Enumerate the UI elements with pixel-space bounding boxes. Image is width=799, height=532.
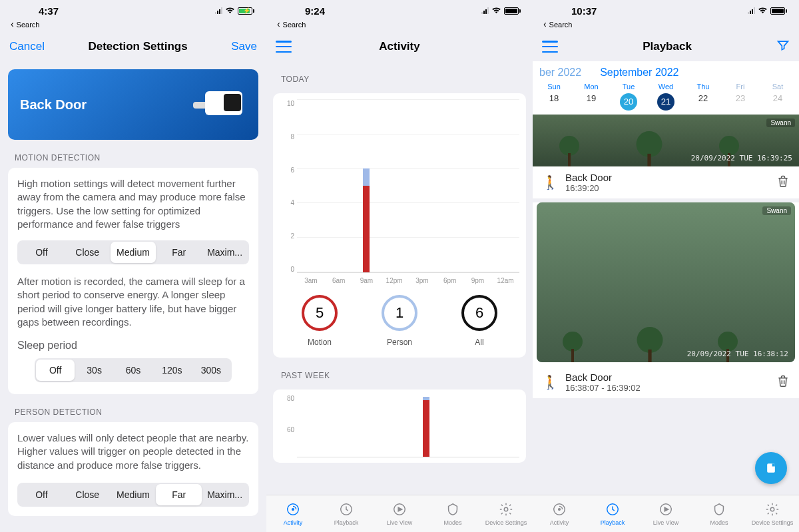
back-to-search-link[interactable]: Search <box>0 19 266 32</box>
current-month[interactable]: September 2022 <box>600 67 678 79</box>
content-scroll[interactable]: ber 2022 September 2022 Sun18Mon19Tue20W… <box>533 61 799 495</box>
segment-option[interactable]: Close <box>65 484 111 505</box>
calendar-day[interactable]: Wed21 <box>653 83 679 111</box>
segment-option[interactable]: Maxim... <box>202 242 248 263</box>
day-of-week: Wed <box>653 83 679 91</box>
segment-option[interactable]: 120s <box>152 360 191 381</box>
tab-playback[interactable]: Playback <box>320 502 373 526</box>
tab-label: Activity <box>533 519 586 526</box>
segment-option[interactable]: Off <box>19 484 65 505</box>
day-number: 23 <box>727 93 754 103</box>
battery-icon <box>504 7 521 15</box>
sleep-desc: After motion is recorded, the camera wil… <box>17 275 249 329</box>
segment-option[interactable]: Maxim... <box>202 484 248 505</box>
tab-modes[interactable]: Modes <box>692 502 746 526</box>
tab-label: Device Settings <box>479 519 533 526</box>
tab-label: Live View <box>639 519 692 526</box>
pastweek-header: PAST WEEK <box>266 358 533 386</box>
camera-thumbnail-icon <box>186 85 246 125</box>
tab-bar: ActivityPlaybackLive ViewModesDevice Set… <box>266 495 533 532</box>
today-chart: 1086420 <box>280 100 519 273</box>
filter-button[interactable] <box>776 39 790 55</box>
day-of-week: Sun <box>541 83 567 91</box>
menu-button[interactable] <box>276 41 292 53</box>
calendar-day[interactable]: Sun18 <box>541 83 567 111</box>
tab-live-view[interactable]: Live View <box>639 502 692 526</box>
y-tick: 0 <box>280 266 294 273</box>
segment-option[interactable]: 300s <box>192 360 230 381</box>
y-tick: 80 <box>280 395 294 426</box>
person-desc: Lower values will only detect people tha… <box>17 431 249 472</box>
stat-person[interactable]: 1 Person <box>382 295 417 347</box>
cell-signal-icon <box>481 7 489 14</box>
stat-motion[interactable]: 5 Motion <box>302 295 338 347</box>
segment-option[interactable]: Medium <box>111 484 156 505</box>
day-of-week: Fri <box>727 83 754 91</box>
storage-fab-button[interactable] <box>755 452 787 484</box>
status-bar: 10:37 <box>533 0 799 19</box>
tab-playback[interactable]: Playback <box>586 502 639 526</box>
cancel-button[interactable]: Cancel <box>9 40 45 53</box>
svg-point-4 <box>504 507 508 511</box>
y-tick: 10 <box>280 100 294 107</box>
stat-motion-label: Motion <box>302 338 338 347</box>
calendar-day[interactable]: Fri23 <box>727 83 754 111</box>
tab-activity[interactable]: Activity <box>266 502 320 526</box>
stat-all[interactable]: 6 All <box>461 295 497 347</box>
chart-bar <box>423 397 429 457</box>
stat-person-value: 1 <box>382 295 417 331</box>
segment-option[interactable]: Close <box>65 242 111 263</box>
delete-clip-button[interactable] <box>776 374 790 390</box>
detection-settings-screen: 4:37 ⚡ Search Cancel Detection Settings … <box>0 0 266 532</box>
tab-label: Activity <box>266 519 320 526</box>
calendar-day[interactable]: Sat24 <box>764 83 791 111</box>
clip-thumbnail[interactable]: Swann20/09/2022 TUE 16:38:12 <box>537 202 795 362</box>
brand-watermark: Swann <box>762 206 791 215</box>
tab-label: Device Settings <box>746 519 799 526</box>
calendar-day[interactable]: Mon19 <box>578 83 605 111</box>
tab-modes[interactable]: Modes <box>426 502 479 526</box>
tab-live-view[interactable]: Live View <box>373 502 426 526</box>
stat-row: 5 Motion 1 Person 6 All <box>280 284 519 351</box>
save-button[interactable]: Save <box>231 40 257 53</box>
status-icons <box>481 6 521 16</box>
motion-section-header: MOTION DETECTION <box>0 140 266 168</box>
day-number: 21 <box>657 93 674 111</box>
camera-card[interactable]: Back Door <box>8 69 258 140</box>
camera-name: Back Door <box>20 97 87 113</box>
y-axis: 8060 <box>280 395 297 457</box>
back-to-search-link[interactable]: Search <box>266 19 533 32</box>
segment-option[interactable]: Off <box>36 360 75 381</box>
segment-option[interactable]: Far <box>156 484 202 505</box>
status-time: 9:24 <box>278 5 481 17</box>
day-number: 22 <box>690 93 716 103</box>
back-to-search-link[interactable]: Search <box>533 19 799 32</box>
tab-activity[interactable]: Activity <box>533 502 586 526</box>
y-axis: 1086420 <box>280 100 297 273</box>
status-bar: 9:24 <box>266 0 533 19</box>
tab-device-settings[interactable]: Device Settings <box>479 502 533 526</box>
segment-option[interactable]: Medium <box>111 242 156 263</box>
calendar-day[interactable]: Tue20 <box>615 83 642 111</box>
segment-option[interactable]: Off <box>19 242 65 263</box>
chart-plot-area <box>297 395 519 457</box>
thumbnail-timestamp: 20/09/2022 TUE 16:39:25 <box>691 154 792 162</box>
tab-device-settings[interactable]: Device Settings <box>746 502 799 526</box>
menu-button[interactable] <box>542 41 558 53</box>
calendar-day[interactable]: Thu22 <box>690 83 716 111</box>
clip-thumbnail[interactable]: Swann20/09/2022 TUE 16:39:25 <box>533 115 799 166</box>
segment-option[interactable]: 30s <box>75 360 113 381</box>
tab-label: Playback <box>320 519 373 526</box>
prev-month[interactable]: ber 2022 <box>539 67 581 79</box>
delete-clip-button[interactable] <box>776 174 790 190</box>
content-scroll[interactable]: TODAY 1086420 3am6am9am12pm3pm6pm9pm12am… <box>266 61 533 495</box>
wifi-icon <box>758 6 768 16</box>
motion-segment: OffCloseMediumFarMaxim... <box>17 240 249 264</box>
segment-option[interactable]: Far <box>156 242 202 263</box>
status-icons: ⚡ <box>215 6 254 16</box>
calendar-months[interactable]: ber 2022 September 2022 <box>533 67 799 83</box>
day-number: 20 <box>620 93 637 111</box>
segment-option[interactable]: 60s <box>114 360 152 381</box>
calendar-header: ber 2022 September 2022 Sun18Mon19Tue20W… <box>533 61 799 115</box>
content-scroll[interactable]: Back Door MOTION DETECTION High motion s… <box>0 61 266 532</box>
